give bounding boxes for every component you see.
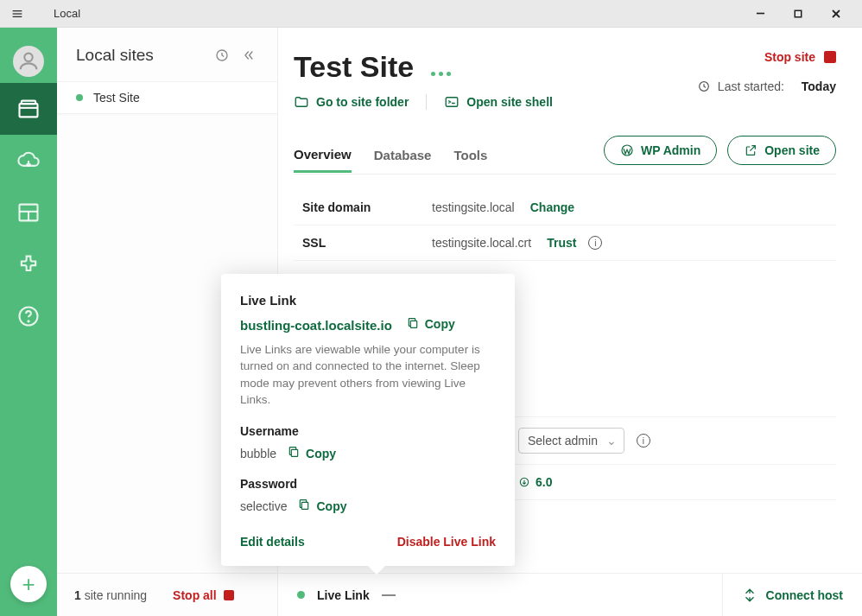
bottom-bar: Live Link Connect host Live Link bustlin… xyxy=(278,573,862,616)
edit-details-link[interactable]: Edit details xyxy=(240,535,305,549)
cloud-nav-icon[interactable] xyxy=(0,135,57,187)
copy-icon xyxy=(287,445,301,461)
copy-username-button[interactable]: Copy xyxy=(287,445,336,461)
tab-database[interactable]: Database xyxy=(374,139,432,171)
password-value: selective xyxy=(240,499,287,513)
sites-nav-icon[interactable] xyxy=(0,83,57,135)
recent-icon[interactable] xyxy=(212,45,232,66)
open-site-button[interactable]: Open site xyxy=(727,136,836,165)
go-to-folder-link[interactable]: Go to site folder xyxy=(294,94,409,110)
copy-icon xyxy=(406,316,420,333)
username-label: Username xyxy=(240,424,496,438)
wp-admin-button[interactable]: WP Admin xyxy=(604,136,717,165)
hamburger-menu-button[interactable] xyxy=(7,3,28,24)
change-domain-link[interactable]: Change xyxy=(530,200,574,214)
site-title: Test Site xyxy=(294,50,414,84)
detail-row-ssl: SSL testingsite.local.crt Trust i xyxy=(294,225,836,261)
site-list-item[interactable]: Test Site xyxy=(57,81,277,114)
main-panel: Test Site Go to site folder Open site sh… xyxy=(278,28,862,616)
disable-live-link-button[interactable]: Disable Live Link xyxy=(397,535,496,549)
tab-tools[interactable]: Tools xyxy=(453,139,487,171)
collapse-panel-icon[interactable] xyxy=(238,45,258,66)
last-started-text: Last started: Today xyxy=(697,79,836,93)
live-link-url[interactable]: bustling-coat.localsite.io xyxy=(240,318,392,333)
svg-point-15 xyxy=(28,321,29,321)
copy-url-button[interactable]: Copy xyxy=(406,316,455,333)
status-dot-icon xyxy=(297,591,305,599)
open-shell-link[interactable]: Open site shell xyxy=(444,94,553,110)
tab-overview[interactable]: Overview xyxy=(294,138,352,173)
copy-password-button[interactable]: Copy xyxy=(297,498,346,514)
detail-row-domain: Site domain testingsite.local Change xyxy=(294,190,836,225)
chevron-down-icon: ⌄ xyxy=(606,434,617,448)
live-link-toggle[interactable]: Live Link xyxy=(317,588,370,602)
version-link[interactable]: 6.0 xyxy=(518,475,552,489)
popover-description: Live Links are viewable while your compu… xyxy=(240,341,496,409)
help-nav-icon[interactable] xyxy=(0,290,57,342)
layout-nav-icon[interactable] xyxy=(0,187,57,238)
live-link-collapse-icon[interactable] xyxy=(382,594,396,596)
svg-rect-4 xyxy=(795,10,802,17)
extensions-nav-icon[interactable] xyxy=(0,238,57,290)
site-list-item-label: Test Site xyxy=(93,91,140,105)
minimize-button[interactable] xyxy=(741,0,779,28)
svg-rect-22 xyxy=(291,449,297,456)
svg-rect-9 xyxy=(22,101,35,105)
detail-row-version: 6.0 xyxy=(510,465,836,500)
trust-ssl-link[interactable]: Trust xyxy=(547,236,576,250)
info-icon[interactable]: i xyxy=(588,236,602,250)
maximize-button[interactable] xyxy=(779,0,817,28)
select-admin-dropdown[interactable]: Select admin ⌄ xyxy=(518,428,624,454)
sites-header-title: Local sites xyxy=(76,46,206,65)
vertical-sidebar: + xyxy=(0,28,57,616)
status-dot-icon xyxy=(76,94,83,101)
svg-rect-17 xyxy=(447,98,459,107)
add-site-button[interactable]: + xyxy=(10,566,47,602)
stop-square-icon xyxy=(824,51,836,63)
popover-title: Live Link xyxy=(240,293,496,308)
close-button[interactable] xyxy=(817,0,855,28)
sites-panel-footer: 1 site running Stop all xyxy=(57,573,277,616)
password-label: Password xyxy=(240,477,496,491)
svg-rect-8 xyxy=(20,104,38,117)
copy-icon xyxy=(297,498,311,514)
svg-rect-21 xyxy=(410,321,416,327)
app-title: Local xyxy=(54,7,80,20)
live-link-popover: Live Link bustling-coat.localsite.io Cop… xyxy=(221,274,515,566)
titlebar: Local xyxy=(0,0,862,28)
avatar-button[interactable] xyxy=(0,40,57,83)
svg-rect-23 xyxy=(302,502,308,509)
site-menu-dots-icon[interactable] xyxy=(431,72,451,76)
connect-host-button[interactable]: Connect host xyxy=(722,574,843,616)
info-icon[interactable]: i xyxy=(637,434,650,448)
stop-all-button[interactable]: Stop all xyxy=(173,588,234,602)
svg-point-7 xyxy=(24,54,32,61)
stop-site-button[interactable]: Stop site xyxy=(697,50,836,64)
username-value: bubble xyxy=(240,447,276,460)
stop-square-icon xyxy=(224,590,234,600)
